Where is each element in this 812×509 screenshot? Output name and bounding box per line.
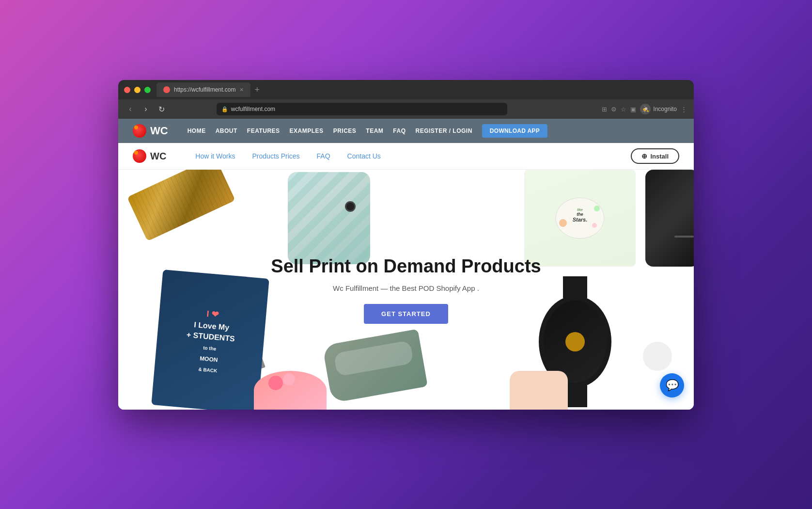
nav-team[interactable]: TEAM (366, 127, 383, 134)
sidebar-toggle[interactable]: ▣ (630, 106, 636, 113)
url-bar[interactable]: 🔒 wcfulfillment.com (217, 103, 507, 115)
nav-examples[interactable]: EXAMPLES (290, 127, 324, 134)
svg-text:Stars.: Stars. (573, 217, 588, 223)
nav-how-it-works[interactable]: How it Works (195, 152, 235, 160)
svg-point-5 (594, 206, 600, 211)
bottom-hands (510, 371, 568, 410)
menu-button[interactable]: ⋮ (681, 106, 687, 113)
product-watchband (127, 170, 235, 241)
incognito-badge: 🕵 Incognito (640, 104, 677, 114)
title-bar: https://wcfulfillment.com ✕ + (118, 80, 694, 99)
back-button[interactable]: ‹ (125, 105, 136, 113)
new-tab-button[interactable]: + (254, 85, 260, 94)
nav-faq2[interactable]: FAQ (317, 152, 330, 160)
incognito-label: Incognito (653, 106, 677, 112)
phonecase-camera (345, 201, 356, 212)
secondary-logo[interactable]: WC (133, 149, 166, 163)
nav-contact-us[interactable]: Contact Us (347, 152, 381, 160)
lock-icon: 🔒 (221, 106, 228, 112)
bottom-flowers (254, 371, 327, 410)
product-notebook: I ❤ I Love My + STUDENTS to the MOON & B… (151, 270, 269, 410)
top-nav-links: HOME ABOUT FEATURES EXAMPLES PRICES TEAM… (187, 124, 679, 138)
address-bar-right: ⊞ ⚙ ☆ ▣ 🕵 Incognito ⋮ (602, 104, 687, 114)
get-started-button[interactable]: GET STARTED (364, 304, 448, 324)
forward-button[interactable]: › (141, 105, 151, 113)
extensions-icon[interactable]: ⚙ (611, 106, 617, 113)
svg-point-4 (559, 219, 567, 227)
minimize-button[interactable] (134, 87, 141, 93)
tab-bar: https://wcfulfillment.com ✕ + (156, 82, 688, 97)
bookmark-icon[interactable]: ☆ (621, 106, 626, 113)
nav-prices[interactable]: PRICES (333, 127, 357, 134)
product-earphone (631, 308, 679, 381)
hero-subtitle: Wc Fulfillment — the Best POD Shopify Ap… (271, 284, 541, 292)
download-app-button[interactable]: DOWNLOAD APP (482, 124, 547, 138)
nav-products-prices[interactable]: Products Prices (252, 152, 300, 160)
product-phone-black (645, 170, 694, 267)
install-button[interactable]: Install (631, 148, 679, 164)
nav-faq[interactable]: FAQ (393, 127, 406, 134)
url-display: wcfulfillment.com (231, 106, 275, 112)
tab-title: https://wcfulfillment.com (174, 86, 235, 93)
svg-text:like: like (577, 208, 583, 211)
top-logo-text: WC (150, 125, 168, 137)
address-bar: ‹ › ↻ 🔒 wcfulfillment.com ⊞ ⚙ ☆ ▣ 🕵 Inco… (118, 99, 694, 119)
secondary-navbar: WC How it Works Products Prices FAQ Cont… (118, 143, 694, 170)
browser-window: https://wcfulfillment.com ✕ + ‹ › ↻ 🔒 wc… (118, 80, 694, 410)
product-shoe (322, 329, 428, 403)
browser-tab[interactable]: https://wcfulfillment.com ✕ (156, 82, 250, 97)
nav-home[interactable]: HOME (187, 127, 206, 134)
secondary-nav-links: How it Works Products Prices FAQ Contact… (195, 152, 631, 160)
secondary-logo-icon (133, 149, 146, 163)
logo-icon (133, 124, 146, 138)
reload-button[interactable]: ↻ (156, 105, 167, 114)
top-navbar: WC HOME ABOUT FEATURES EXAMPLES PRICES T… (118, 119, 694, 143)
hero-title: Sell Print on Demand Products (271, 255, 541, 278)
nav-about[interactable]: ABOUT (216, 127, 237, 134)
svg-text:the: the (577, 212, 583, 217)
svg-point-6 (592, 223, 597, 228)
chat-bubble-button[interactable]: 💬 (660, 373, 684, 398)
chat-icon: 💬 (666, 379, 679, 392)
hero-content: Sell Print on Demand Products Wc Fulfill… (261, 246, 550, 334)
tab-close-button[interactable]: ✕ (239, 87, 244, 93)
top-logo[interactable]: WC (133, 124, 168, 138)
close-button[interactable] (124, 87, 130, 93)
website-content: WC HOME ABOUT FEATURES EXAMPLES PRICES T… (118, 119, 694, 410)
nav-register-login[interactable]: REGISTER / LOGIN (415, 127, 472, 134)
tab-favicon (163, 86, 170, 93)
traffic-lights (124, 87, 151, 93)
maximize-button[interactable] (144, 87, 151, 93)
hero-section: like the Stars. (118, 170, 694, 410)
grid-icon[interactable]: ⊞ (602, 106, 607, 113)
nav-features[interactable]: FEATURES (247, 127, 280, 134)
notebook-text: I ❤ I Love My + STUDENTS to the MOON & B… (183, 306, 237, 377)
secondary-logo-text: WC (150, 151, 166, 162)
incognito-icon: 🕵 (640, 104, 651, 114)
